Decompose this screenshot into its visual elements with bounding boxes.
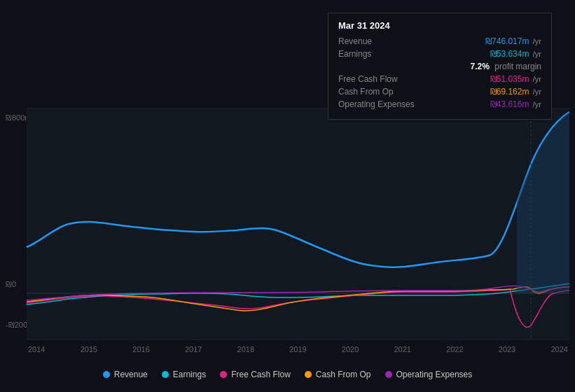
operating-expenses-label: Operating Expenses	[338, 99, 422, 109]
legend-free-cash-flow[interactable]: Free Cash Flow	[220, 370, 291, 379]
legend-label-cash-from-op: Cash From Op	[316, 370, 371, 379]
x-label-2018: 2018	[237, 345, 254, 354]
revenue-value: ₪746.017m /yr	[485, 36, 541, 46]
x-label-2021: 2021	[394, 345, 410, 354]
cash-from-op-label: Cash From Op	[338, 87, 422, 97]
x-label-2022: 2022	[446, 345, 463, 354]
legend-label-earnings: Earnings	[173, 370, 206, 379]
free-cash-flow-value: ₪51.035m /yr	[490, 74, 541, 84]
legend-dot-earnings	[162, 371, 169, 378]
profit-margin-row: 7.2% profit margin	[338, 62, 541, 71]
legend: Revenue Earnings Free Cash Flow Cash Fro…	[0, 370, 575, 379]
x-label-2023: 2023	[499, 345, 515, 354]
operating-expenses-row: Operating Expenses ₪43.616m /yr	[338, 99, 541, 109]
chart-area	[27, 108, 569, 340]
x-label-2017: 2017	[185, 345, 202, 354]
legend-label-free-cash-flow: Free Cash Flow	[231, 370, 291, 379]
earnings-row: Earnings ₪53.634m /yr	[338, 49, 541, 59]
cash-from-op-value: ₪69.162m /yr	[490, 87, 541, 97]
legend-revenue[interactable]: Revenue	[103, 370, 148, 379]
legend-label-operating-expenses: Operating Expenses	[396, 370, 473, 379]
x-label-2019: 2019	[289, 345, 306, 354]
free-cash-flow-label: Free Cash Flow	[338, 74, 422, 84]
x-label-2014: 2014	[28, 345, 45, 354]
earnings-value: ₪53.634m /yr	[490, 49, 541, 59]
cash-from-op-row: Cash From Op ₪69.162m /yr	[338, 87, 541, 97]
revenue-label: Revenue	[338, 36, 422, 46]
x-label-2020: 2020	[342, 345, 359, 354]
tooltip-date: Mar 31 2024	[338, 20, 541, 31]
free-cash-flow-row: Free Cash Flow ₪51.035m /yr	[338, 74, 541, 84]
legend-dot-cash-from-op	[305, 371, 312, 378]
legend-dot-revenue	[103, 371, 110, 378]
info-tooltip: Mar 31 2024 Revenue ₪746.017m /yr Earnin…	[328, 13, 552, 120]
chart-svg	[27, 108, 569, 340]
legend-operating-expenses[interactable]: Operating Expenses	[385, 370, 473, 379]
legend-dot-operating-expenses	[385, 371, 392, 378]
chart-container: Mar 31 2024 Revenue ₪746.017m /yr Earnin…	[0, 0, 575, 392]
legend-earnings[interactable]: Earnings	[162, 370, 206, 379]
x-label-2015: 2015	[81, 345, 97, 354]
revenue-row: Revenue ₪746.017m /yr	[338, 36, 541, 46]
profit-margin-value: 7.2% profit margin	[471, 62, 541, 71]
legend-label-revenue: Revenue	[114, 370, 148, 379]
legend-cash-from-op[interactable]: Cash From Op	[305, 370, 371, 379]
x-label-2016: 2016	[132, 345, 149, 354]
x-axis-labels: 2014 2015 2016 2017 2018 2019 2020 2021 …	[28, 345, 568, 354]
x-label-2024: 2024	[550, 345, 567, 354]
y-label-0: ₪0	[6, 280, 16, 289]
operating-expenses-value: ₪43.616m /yr	[490, 99, 541, 109]
earnings-label: Earnings	[338, 49, 422, 59]
legend-dot-free-cash-flow	[220, 371, 227, 378]
